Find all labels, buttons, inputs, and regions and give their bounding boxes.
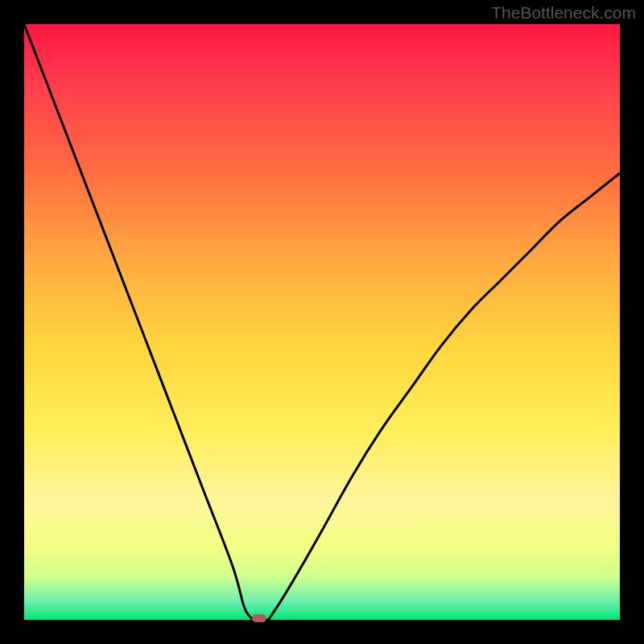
plot-area <box>24 24 620 620</box>
curve-left-path <box>24 24 254 620</box>
bottleneck-curve <box>24 24 620 620</box>
chart-container: TheBottleneck.com <box>0 0 644 644</box>
curve-right-path <box>268 173 620 620</box>
optimal-marker <box>252 614 266 622</box>
watermark-text: TheBottleneck.com <box>491 3 636 23</box>
